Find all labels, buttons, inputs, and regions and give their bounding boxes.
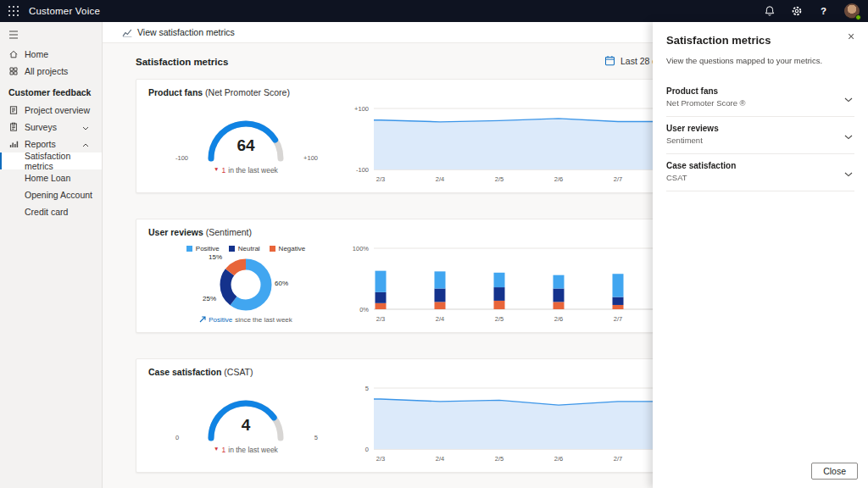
- svg-text:2/7: 2/7: [614, 175, 622, 183]
- home-icon: [8, 49, 19, 59]
- csat-gauge-max-label: 5: [314, 434, 318, 441]
- svg-text:2/6: 2/6: [554, 315, 563, 323]
- calendar-icon: [604, 55, 615, 66]
- legend-item-positive: Positive: [186, 245, 220, 252]
- sidebar-item-label: Satisfaction metrics: [25, 151, 95, 171]
- legend-label: Neutral: [238, 245, 260, 252]
- svg-text:2/7: 2/7: [614, 315, 622, 323]
- chevron-down-icon: [82, 122, 95, 132]
- section-title: User reviews: [666, 124, 854, 133]
- satisfaction-metrics-panel: Satisfaction metrics × View the question…: [653, 22, 868, 488]
- svg-text:2/4: 2/4: [436, 175, 444, 183]
- sidebar-item-label: Credit card: [25, 207, 68, 217]
- neutral-swatch: [229, 246, 235, 252]
- sidebar-item-credit-card[interactable]: Credit card: [0, 203, 102, 220]
- sidebar-item-opening-account[interactable]: Opening Account: [0, 186, 102, 203]
- settings-icon[interactable]: [790, 5, 803, 18]
- sidebar-item-label: Project overview: [25, 105, 90, 115]
- reports-icon: [8, 139, 19, 149]
- csat-gauge-min-label: 0: [175, 434, 179, 441]
- sidebar-item-label: Home: [25, 49, 48, 59]
- grid-icon: [8, 66, 19, 76]
- section-title: Case satisfaction: [666, 161, 854, 170]
- svg-text:2/3: 2/3: [376, 455, 385, 463]
- svg-text:5: 5: [365, 385, 369, 392]
- csat-gauge: 4 0 5: [199, 393, 292, 442]
- sidebar-item-reports[interactable]: Reports: [0, 136, 102, 152]
- csat-gauge-value: 4: [199, 416, 292, 435]
- sidebar-item-label: Reports: [25, 139, 56, 149]
- sidebar-item-home-loan[interactable]: Home Loan: [0, 169, 102, 186]
- sidebar-item-project-overview[interactable]: Project overview: [0, 102, 102, 119]
- avatar[interactable]: [844, 3, 860, 19]
- command-label: View satisfaction metrics: [137, 27, 235, 37]
- delta-value: 1: [222, 446, 226, 454]
- section-title: Product fans: [666, 86, 854, 96]
- csat-delta: ▼ 1 in the last week: [214, 446, 278, 454]
- chevron-down-icon[interactable]: [844, 165, 853, 180]
- section-subtitle: CSAT: [666, 173, 854, 182]
- sidebar-item-home[interactable]: Home: [0, 46, 102, 63]
- svg-text:2/5: 2/5: [495, 455, 504, 463]
- legend-item-negative: Negative: [270, 245, 306, 252]
- svg-text:2/5: 2/5: [495, 175, 504, 183]
- hamburger-icon[interactable]: [0, 25, 102, 46]
- sentiment-legend: Positive Neutral Negative: [186, 245, 305, 252]
- svg-text:2/4: 2/4: [436, 455, 444, 463]
- view-satisfaction-metrics-button[interactable]: View satisfaction metrics: [117, 22, 240, 42]
- svg-text:2/4: 2/4: [436, 315, 444, 323]
- section-subtitle: Sentiment: [666, 136, 854, 145]
- section-subtitle: Net Promoter Score ®: [666, 98, 854, 108]
- legend-label: Negative: [279, 245, 306, 252]
- survey-icon: [8, 122, 19, 132]
- panel-section-product-fans[interactable]: Product fans Net Promoter Score ®: [666, 80, 854, 117]
- legend-item-neutral: Neutral: [229, 245, 260, 252]
- app-title: Customer Voice: [29, 6, 100, 16]
- chevron-up-icon: [82, 139, 95, 149]
- delta-text: in the last week: [228, 446, 278, 454]
- panel-description: View the questions mapped to your metric…: [666, 56, 854, 65]
- close-icon[interactable]: ×: [843, 30, 859, 45]
- sidebar-item-all-projects[interactable]: All projects: [0, 63, 102, 80]
- metrics-chart-icon: [122, 28, 132, 37]
- trend-highlight: Positive: [209, 316, 232, 324]
- sentiment-donut: 15% 60% 25%: [220, 258, 272, 311]
- decrease-arrow-icon: ▼: [214, 446, 219, 452]
- notifications-icon[interactable]: [763, 5, 776, 18]
- presence-badge: [855, 14, 861, 20]
- help-icon[interactable]: ?: [817, 5, 830, 18]
- trend-up-icon: [199, 316, 206, 323]
- sentiment-trend-note: Positive since the last week: [199, 316, 292, 324]
- waffle-icon[interactable]: [8, 6, 19, 16]
- delta-value: 1: [222, 166, 226, 175]
- svg-text:0%: 0%: [359, 306, 369, 313]
- nps-gauge-max-label: +100: [303, 154, 318, 162]
- sidebar-item-label: All projects: [25, 66, 68, 76]
- svg-text:2/6: 2/6: [554, 175, 563, 183]
- chevron-down-icon[interactable]: [844, 128, 853, 143]
- svg-text:2/7: 2/7: [614, 455, 622, 463]
- sidebar-item-label: Home Loan: [25, 173, 70, 183]
- svg-text:+100: +100: [354, 105, 369, 113]
- sidebar-item-label: Surveys: [25, 122, 57, 132]
- donut-label-negative: 15%: [209, 253, 222, 261]
- nps-gauge: 64 -100 +100: [199, 114, 292, 163]
- svg-text:-100: -100: [356, 166, 369, 174]
- trend-text: since the last week: [235, 316, 292, 324]
- sidebar-item-label: Opening Account: [25, 190, 92, 200]
- panel-section-case-satisfaction[interactable]: Case satisfaction CSAT: [666, 154, 854, 191]
- svg-text:2/3: 2/3: [376, 315, 385, 323]
- negative-swatch: [270, 246, 275, 252]
- svg-text:2/5: 2/5: [495, 315, 504, 323]
- sidebar-item-surveys[interactable]: Surveys: [0, 119, 102, 136]
- donut-label-positive: 60%: [275, 280, 288, 287]
- chevron-down-icon[interactable]: [844, 91, 853, 106]
- overview-icon: [8, 105, 19, 115]
- sidebar-item-satisfaction-metrics[interactable]: Satisfaction metrics: [0, 152, 102, 169]
- panel-section-user-reviews[interactable]: User reviews Sentiment: [666, 117, 854, 154]
- top-app-bar: Customer Voice ?: [0, 0, 868, 22]
- nps-gauge-min-label: -100: [175, 154, 188, 162]
- close-button[interactable]: Close: [811, 463, 858, 480]
- svg-text:2/6: 2/6: [554, 455, 563, 463]
- panel-title: Satisfaction metrics: [666, 34, 854, 47]
